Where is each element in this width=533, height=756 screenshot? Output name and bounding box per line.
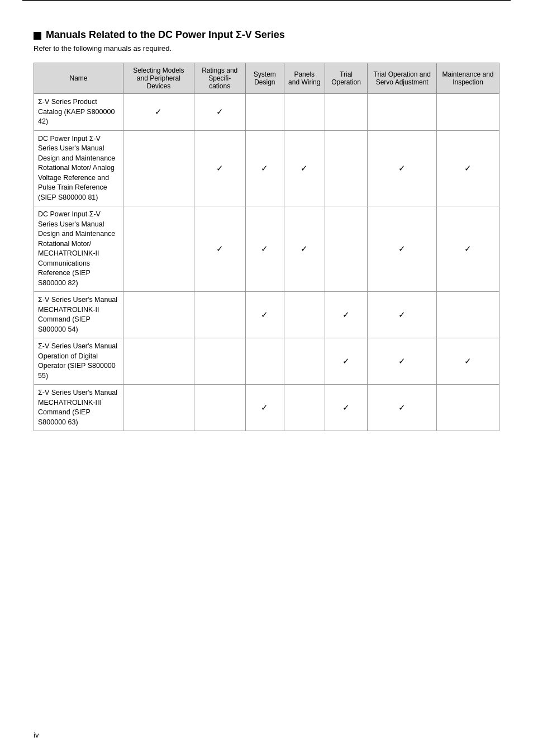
row-5-trial_op: ✓ [368, 385, 437, 431]
row-1-trial [325, 130, 368, 206]
top-rule [22, 0, 511, 18]
row-4-ratings [194, 338, 245, 385]
row-3-system: ✓ [245, 292, 284, 338]
row-1-name: DC Power Input Σ-V Series User's Manual … [34, 130, 123, 206]
row-2-selecting [123, 206, 194, 292]
row-3-maintenance [436, 292, 499, 338]
manuals-table: Name Selecting Models and Peripheral Dev… [34, 63, 499, 431]
row-3-panels [284, 292, 325, 338]
row-0-panels [284, 94, 325, 131]
row-5-panels [284, 385, 325, 431]
row-2-system: ✓ [245, 206, 284, 292]
row-4-name: Σ-V Series User's Manual Operation of Di… [34, 338, 123, 385]
row-1-panels: ✓ [284, 130, 325, 206]
subtitle: Refer to the following manuals as requir… [34, 44, 499, 53]
row-3-name: Σ-V Series User's Manual MECHATROLINK-II… [34, 292, 123, 338]
row-4-panels [284, 338, 325, 385]
row-1-ratings: ✓ [194, 130, 245, 206]
col-name: Name [34, 63, 123, 94]
row-3-selecting [123, 292, 194, 338]
col-trial: Trial Operation [325, 63, 368, 94]
row-2-panels: ✓ [284, 206, 325, 292]
col-selecting: Selecting Models and Peripheral Devices [123, 63, 194, 94]
section-title-text: Manuals Related to the DC Power Input Σ-… [46, 29, 285, 41]
row-0-trial [325, 94, 368, 131]
table-row: Σ-V Series User's Manual Operation of Di… [34, 338, 499, 385]
col-trial-op: Trial Operation and Servo Adjustment [368, 63, 437, 94]
row-2-name: DC Power Input Σ-V Series User's Manual … [34, 206, 123, 292]
table-row: Σ-V Series Product Catalog (KAEP S800000… [34, 94, 499, 131]
row-5-ratings [194, 385, 245, 431]
row-2-trial [325, 206, 368, 292]
row-3-trial: ✓ [325, 292, 368, 338]
table-row: Σ-V Series User's Manual MECHATROLINK-II… [34, 292, 499, 338]
row-5-selecting [123, 385, 194, 431]
row-0-system [245, 94, 284, 131]
row-4-system [245, 338, 284, 385]
row-1-system: ✓ [245, 130, 284, 206]
row-4-maintenance: ✓ [436, 338, 499, 385]
row-0-name: Σ-V Series Product Catalog (KAEP S800000… [34, 94, 123, 131]
col-system: System Design [245, 63, 284, 94]
table-row: Σ-V Series User's Manual MECHATROLINK-II… [34, 385, 499, 431]
row-4-trial_op: ✓ [368, 338, 437, 385]
row-5-trial: ✓ [325, 385, 368, 431]
row-2-ratings: ✓ [194, 206, 245, 292]
footer-page-number: iv [34, 731, 39, 739]
row-2-maintenance: ✓ [436, 206, 499, 292]
content-area: Manuals Related to the DC Power Input Σ-… [0, 18, 533, 465]
row-0-selecting: ✓ [123, 94, 194, 131]
row-1-selecting [123, 130, 194, 206]
row-3-ratings [194, 292, 245, 338]
row-5-maintenance [436, 385, 499, 431]
table-row: DC Power Input Σ-V Series User's Manual … [34, 206, 499, 292]
row-5-system: ✓ [245, 385, 284, 431]
row-4-trial: ✓ [325, 338, 368, 385]
row-0-maintenance [436, 94, 499, 131]
row-2-trial_op: ✓ [368, 206, 437, 292]
row-1-trial_op: ✓ [368, 130, 437, 206]
bullet-icon [34, 32, 41, 40]
row-1-maintenance: ✓ [436, 130, 499, 206]
col-panels: Panels and Wiring [284, 63, 325, 94]
row-3-trial_op: ✓ [368, 292, 437, 338]
col-ratings: Ratings and Specifi-cations [194, 63, 245, 94]
row-4-selecting [123, 338, 194, 385]
row-0-ratings: ✓ [194, 94, 245, 131]
row-5-name: Σ-V Series User's Manual MECHATROLINK-II… [34, 385, 123, 431]
row-0-trial_op [368, 94, 437, 131]
section-title: Manuals Related to the DC Power Input Σ-… [34, 29, 499, 41]
col-maintenance: Maintenance and Inspection [436, 63, 499, 94]
table-row: DC Power Input Σ-V Series User's Manual … [34, 130, 499, 206]
